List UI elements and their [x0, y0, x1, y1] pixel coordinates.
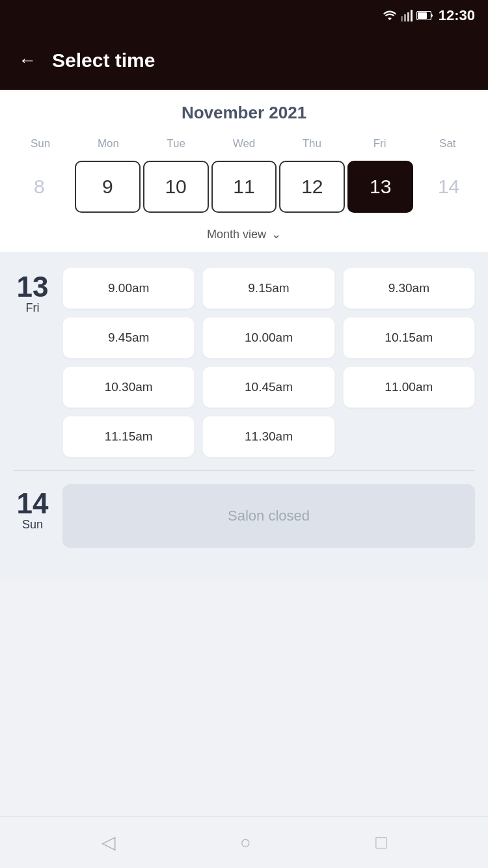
status-bar: 12:30	[0, 0, 488, 31]
svg-rect-2	[407, 12, 409, 21]
day-block-13: 13Fri9.00am9.15am9.30am9.45am10.00am10.1…	[13, 267, 475, 457]
date-cell-8: 8	[7, 161, 72, 213]
month-view-toggle[interactable]: Month view ⌄	[0, 219, 488, 252]
dates-row: 891011121314	[0, 161, 488, 219]
time-slot-1045am[interactable]: 10.45am	[202, 366, 334, 408]
time-section: 13Fri9.00am9.15am9.30am9.45am10.00am10.1…	[0, 252, 488, 579]
weekday-thu: Thu	[278, 133, 346, 154]
time-slot-1000am[interactable]: 10.00am	[202, 317, 334, 359]
status-icons	[383, 10, 433, 21]
time-slot-945am[interactable]: 9.45am	[62, 317, 195, 359]
signal-icon	[401, 10, 413, 21]
calendar-section: November 2021 Sun Mon Tue Wed Thu Fri Sa…	[0, 90, 488, 252]
time-slot-915am[interactable]: 9.15am	[202, 267, 334, 309]
nav-home-button[interactable]: ○	[240, 832, 251, 853]
month-view-label: Month view	[207, 228, 266, 241]
weekday-tue: Tue	[142, 133, 210, 154]
chevron-down-icon: ⌄	[271, 227, 281, 241]
page-title: Select time	[52, 49, 155, 72]
time-slot-900am[interactable]: 9.00am	[62, 267, 195, 309]
navigation-bar: ◁ ○ □	[0, 816, 488, 868]
nav-recents-button[interactable]: □	[375, 832, 386, 853]
app-header: ← Select time	[0, 31, 488, 90]
day-number-14: 14	[17, 489, 49, 518]
day-label-14: 14Sun	[13, 484, 52, 548]
weekday-sat: Sat	[414, 133, 481, 154]
day-name-13: Fri	[26, 301, 40, 315]
time-slot-1130am[interactable]: 11.30am	[202, 416, 334, 457]
day-number-13: 13	[17, 273, 49, 301]
date-cell-9[interactable]: 9	[75, 161, 141, 213]
date-cell-12[interactable]: 12	[279, 161, 345, 213]
month-year-label: November 2021	[0, 103, 488, 123]
weekday-wed: Wed	[210, 133, 278, 154]
svg-rect-1	[404, 14, 406, 21]
time-slot-1100am[interactable]: 11.00am	[343, 366, 475, 408]
day-label-13: 13Fri	[13, 267, 52, 457]
svg-rect-0	[401, 16, 403, 21]
date-cell-14: 14	[416, 161, 481, 213]
status-time: 12:30	[439, 7, 475, 24]
date-cell-13[interactable]: 13	[347, 161, 413, 213]
week-days-row: Sun Mon Tue Wed Thu Fri Sat	[0, 133, 488, 154]
weekday-mon: Mon	[74, 133, 142, 154]
date-cell-11[interactable]: 11	[211, 161, 277, 213]
nav-back-button[interactable]: ◁	[102, 832, 116, 853]
back-button[interactable]: ←	[18, 50, 36, 71]
battery-icon	[416, 11, 433, 20]
time-slot-1015am[interactable]: 10.15am	[343, 317, 475, 359]
section-divider-1	[13, 470, 475, 471]
weekday-sun: Sun	[7, 133, 74, 154]
svg-rect-3	[411, 10, 413, 21]
wifi-icon	[383, 10, 397, 21]
day-block-14: 14SunSalon closed	[13, 484, 475, 563]
date-cell-10[interactable]: 10	[143, 161, 209, 213]
time-slot-1115am[interactable]: 11.15am	[62, 416, 195, 457]
salon-closed-label: Salon closed	[62, 484, 475, 548]
svg-rect-5	[418, 12, 427, 19]
time-slot-930am[interactable]: 9.30am	[343, 267, 475, 309]
weekday-fri: Fri	[346, 133, 413, 154]
day-name-14: Sun	[22, 518, 43, 532]
time-slot-1030am[interactable]: 10.30am	[62, 366, 195, 408]
time-slots-grid-13: 9.00am9.15am9.30am9.45am10.00am10.15am10…	[62, 267, 475, 457]
